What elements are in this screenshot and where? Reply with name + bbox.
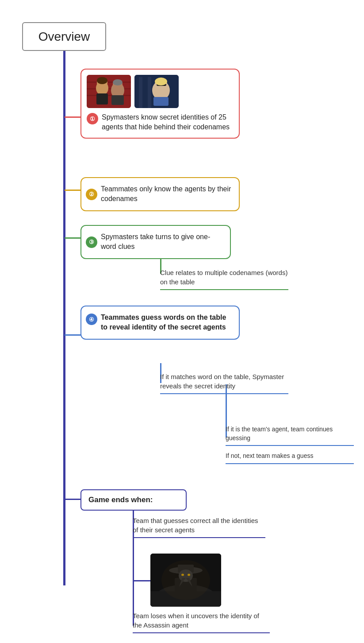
subsubnode4a: If it is the team's agent, team continue… (226, 425, 354, 446)
h-connector-node3 (65, 237, 81, 239)
subsubnode4a-text: If it is the team's agent, team continue… (226, 426, 333, 442)
node1-images (87, 75, 234, 108)
node2-text: Teammates only know the agents by their … (101, 184, 233, 204)
svg-rect-0 (87, 75, 131, 108)
h-connector-node4 (65, 334, 81, 336)
blue-agents-image (134, 75, 179, 108)
subnode4-text: If it matches word on the table, Spymast… (160, 373, 284, 390)
assassin-text: Team loses when it uncovers the identity… (133, 612, 259, 629)
assassin-text-box: Team loses when it uncovers the identity… (133, 611, 270, 633)
overview-title: Overview (38, 30, 90, 44)
svg-rect-2 (87, 88, 131, 89)
assassin-image (150, 554, 221, 607)
node1-box: ① Spymasters know secret identities of 2… (80, 69, 240, 139)
svg-rect-3 (87, 95, 131, 96)
h-connector-node2 (65, 190, 81, 191)
h-connector-game-ends (65, 499, 81, 500)
svg-point-7 (97, 77, 107, 84)
node1-content: ① Spymasters know secret identities of 2… (87, 112, 234, 132)
badge-node2: ② (86, 189, 97, 200)
red-agents-image (87, 75, 131, 108)
svg-point-11 (113, 79, 123, 85)
subsubnode4b-text: If not, next team makes a guess (226, 452, 313, 459)
node3-text: Spymasters take turns to give one-word c… (101, 232, 224, 252)
svg-rect-13 (139, 77, 142, 108)
badge-node4: ④ (86, 314, 97, 325)
h-connector-node1 (65, 116, 81, 118)
svg-point-31 (161, 560, 210, 600)
game-ends-text: Game ends when: (88, 496, 153, 504)
game-ends-box: Game ends when: (80, 489, 187, 511)
node4-box: ④ Teammates guess words on the table to … (80, 306, 240, 340)
win-condition: Team that guesses correct all the identi… (133, 516, 265, 538)
main-vertical-line (63, 51, 65, 585)
svg-rect-1 (87, 81, 131, 83)
subsubnode4b: If not, next team makes a guess (226, 452, 354, 464)
node2-box: ② Teammates only know the agents by thei… (80, 177, 240, 211)
badge-node3: ③ (86, 236, 97, 248)
win-condition-text: Team that guesses correct all the identi… (133, 517, 258, 534)
svg-rect-14 (148, 77, 151, 108)
node4-text: Teammates guess words on the table to re… (101, 313, 233, 333)
svg-rect-19 (153, 97, 169, 106)
svg-rect-6 (96, 93, 108, 105)
node3-box: ③ Spymasters take turns to give one-word… (80, 225, 231, 259)
node1-text: Spymasters know secret identities of 25 … (102, 112, 234, 132)
subnode4: If it matches word on the table, Spymast… (160, 372, 288, 394)
page-container: Overview (0, 0, 364, 643)
overview-box: Overview (22, 22, 106, 51)
subnode3-text: Clue relates to multiple codenames (word… (160, 269, 287, 286)
svg-rect-10 (111, 95, 124, 105)
badge-node1: ① (87, 113, 98, 124)
svg-point-18 (155, 77, 167, 85)
h-connector-assassin (133, 580, 152, 581)
subnode3: Clue relates to multiple codenames (word… (160, 268, 288, 290)
